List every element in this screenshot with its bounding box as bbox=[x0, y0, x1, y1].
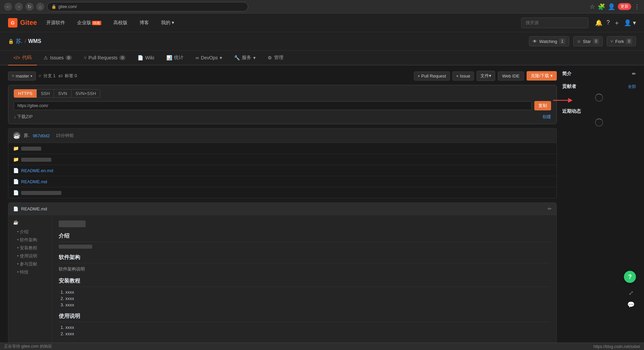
file-item-folder1[interactable]: 📁 bbox=[8, 143, 556, 154]
expand-icon[interactable]: ⤢ bbox=[626, 288, 636, 298]
contributors-spinner bbox=[595, 94, 603, 102]
readme-body: ☕ • 介绍 • 软件架构 • 安装教程 • 使用说明 • 参与贡献 • 特技 … bbox=[8, 215, 556, 343]
fork-button[interactable]: ⑂ Fork 0 bbox=[607, 36, 636, 46]
sidebar-intro-title: 简介 ✏ bbox=[562, 71, 636, 77]
toc-item-usage[interactable]: • 使用说明 bbox=[13, 253, 47, 259]
clone-url-input[interactable] bbox=[14, 101, 532, 110]
download-zip-button[interactable]: ↓ 下载ZIP bbox=[14, 114, 33, 120]
address-bar[interactable]: 🔒 gitee.com/ bbox=[47, 2, 248, 11]
sidebar-recent: 近期动态 bbox=[562, 108, 636, 127]
readme-arch-desc: 软件架构说明 bbox=[59, 266, 550, 272]
contributors-all-link[interactable]: 全部 bbox=[628, 84, 636, 90]
usage-item-1: xxxx bbox=[65, 325, 550, 330]
forward-button[interactable]: → bbox=[15, 3, 23, 11]
star-count: 0 bbox=[593, 38, 599, 44]
pr-icon: ⑂ bbox=[84, 55, 87, 60]
folder-icon: 📁 bbox=[13, 157, 18, 162]
clone-tab-https[interactable]: HTTPS bbox=[14, 89, 37, 98]
wiki-icon: 📄 bbox=[138, 55, 143, 60]
toc-item-contrib[interactable]: • 参与贡献 bbox=[13, 261, 47, 267]
copy-button[interactable]: 复制 bbox=[534, 101, 551, 110]
file-item-readme[interactable]: 📄 README.md bbox=[8, 176, 556, 187]
sidebar-recent-title: 近期动态 bbox=[562, 108, 636, 114]
file-list: 📁 📁 📄 README.en.md 📄 READ bbox=[8, 143, 557, 198]
readme-section-install-title: 安装教程 bbox=[59, 278, 550, 287]
notification-icon[interactable]: 🔔 bbox=[595, 19, 602, 27]
watching-button[interactable]: 👁 Watching 1 bbox=[529, 36, 569, 46]
commit-hash[interactable]: 967d0d2 bbox=[33, 133, 50, 138]
nav-blog[interactable]: 博客 bbox=[137, 18, 152, 27]
intro-edit-icon[interactable]: ✏ bbox=[632, 71, 636, 77]
file-item-blurred[interactable]: 📄 bbox=[8, 187, 556, 198]
create-link[interactable]: 创建 bbox=[542, 114, 551, 120]
red-arrow-indicator bbox=[553, 95, 573, 106]
file-item-folder2[interactable]: 📁 bbox=[8, 154, 556, 165]
web-ide-button[interactable]: Web IDE bbox=[498, 71, 524, 81]
readme-edit-icon[interactable]: ✏ bbox=[548, 206, 552, 211]
file-icon: 📄 bbox=[13, 179, 18, 184]
repo-owner-link[interactable]: 苏. bbox=[16, 38, 22, 45]
readme-section-intro-title: 介绍 bbox=[59, 233, 550, 242]
toc-item-install[interactable]: • 安装教程 bbox=[13, 245, 47, 251]
readme-link[interactable]: README.md bbox=[21, 179, 47, 184]
file-button[interactable]: 文件▾ bbox=[477, 71, 495, 81]
clone-tab-ssh[interactable]: SSH bbox=[37, 89, 54, 98]
star-icon[interactable]: ☆ bbox=[590, 3, 595, 10]
issue-button[interactable]: + Issue bbox=[452, 71, 474, 81]
pull-request-button[interactable]: + Pull Request bbox=[414, 71, 450, 81]
fork-count: 0 bbox=[626, 38, 632, 44]
repo-sidebar: 简介 ✏ 贡献者 全部 近期动态 bbox=[562, 71, 636, 343]
help-float-button[interactable]: ? bbox=[624, 271, 636, 283]
toc-item-arch[interactable]: • 软件架构 bbox=[13, 237, 47, 243]
back-button[interactable]: ← bbox=[4, 3, 12, 11]
sidebar-contributors-title: 贡献者 全部 bbox=[562, 84, 636, 90]
install-item-3: xxxx bbox=[65, 302, 550, 307]
services-icon: 🔧 bbox=[234, 55, 240, 60]
tab-pullrequests[interactable]: ⑂ Pull Requests 0 bbox=[78, 51, 131, 65]
tab-manage[interactable]: ⚙ 管理 bbox=[262, 51, 289, 65]
readme-name: README.md bbox=[21, 179, 552, 184]
star-button[interactable]: ☆ Star 0 bbox=[573, 36, 603, 46]
commit-time: 15分钟前 bbox=[56, 133, 73, 139]
tab-services[interactable]: 🔧 服务 ▾ bbox=[229, 51, 261, 65]
code-icon: </> bbox=[13, 55, 20, 60]
nav-search-input[interactable] bbox=[521, 17, 588, 28]
nav-mine[interactable]: 我的 ▾ bbox=[158, 18, 177, 27]
profile-icon[interactable]: 👤 bbox=[608, 3, 615, 10]
update-button[interactable]: 更新 bbox=[618, 3, 631, 10]
file-item-readme-en[interactable]: 📄 README.en.md bbox=[8, 165, 556, 176]
tab-devops[interactable]: ∞ DevOps ▾ bbox=[190, 51, 228, 65]
folder2-name bbox=[21, 157, 552, 162]
tab-issues[interactable]: ⚠ Issues 0 bbox=[38, 51, 77, 65]
tab-code[interactable]: </> 代码 bbox=[8, 51, 37, 65]
nav-opensource[interactable]: 开源软件 bbox=[44, 18, 68, 27]
home-button[interactable]: ⌂ bbox=[36, 3, 44, 11]
gitee-logo[interactable]: G Gitee bbox=[8, 18, 37, 28]
chat-icon[interactable]: 💬 bbox=[626, 300, 636, 310]
toc-item-intro[interactable]: • 介绍 bbox=[13, 229, 47, 235]
clone-tabs: HTTPS SSH SVN SVN+SSH bbox=[14, 89, 551, 98]
toc-item-tricks[interactable]: • 特技 bbox=[13, 269, 47, 275]
blurred-name bbox=[21, 147, 41, 151]
browser-chrome: ← → ↻ ⌂ 🔒 gitee.com/ ☆ 🧩 👤 更新 ⋮ bbox=[0, 0, 644, 13]
create-icon[interactable]: ＋ bbox=[614, 19, 620, 27]
nav-university[interactable]: 高校版 bbox=[111, 18, 130, 27]
clone-tab-svnsssh[interactable]: SVN+SSH bbox=[71, 89, 100, 98]
avatar-icon[interactable]: 👤 ▾ bbox=[624, 19, 636, 27]
eye-icon: 👁 bbox=[533, 39, 537, 44]
tab-wiki[interactable]: 📄 Wiki bbox=[132, 51, 159, 65]
sidebar-contributors: 贡献者 全部 bbox=[562, 84, 636, 102]
clone-download-button[interactable]: 克隆/下载 ▾ bbox=[527, 71, 557, 81]
clone-tab-svn[interactable]: SVN bbox=[54, 89, 71, 98]
devops-icon: ∞ bbox=[196, 55, 199, 60]
help-icon[interactable]: ? bbox=[606, 19, 610, 26]
status-bar: 正在等待 gitee.com 的响应 https://blog.csdn.net… bbox=[0, 343, 644, 350]
readme-en-link[interactable]: README.en.md bbox=[21, 168, 53, 173]
tab-stats[interactable]: 📊 统计 bbox=[161, 51, 189, 65]
branch-selector[interactable]: ⑂ master ▾ bbox=[8, 71, 36, 81]
readme-main: 介绍 软件架构 软件架构说明 安装教程 xxxx xxxx xxxx 使用说明 … bbox=[52, 215, 556, 343]
reload-button[interactable]: ↻ bbox=[25, 3, 34, 11]
menu-icon[interactable]: ⋮ bbox=[634, 3, 640, 10]
nav-enterprise[interactable]: 企业版特惠 bbox=[74, 18, 104, 27]
extensions-icon[interactable]: 🧩 bbox=[598, 3, 605, 10]
